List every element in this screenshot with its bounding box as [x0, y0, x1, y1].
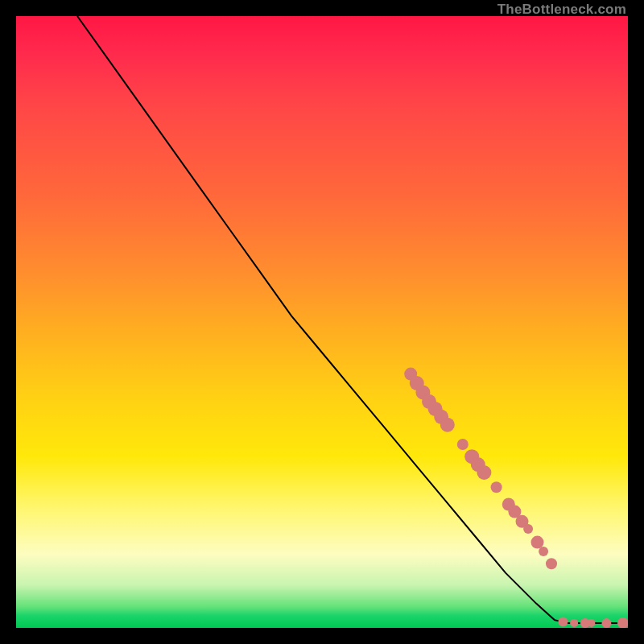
watermark-text: TheBottleneck.com — [497, 2, 626, 18]
marker-point — [546, 558, 557, 569]
marker-point — [617, 617, 628, 628]
marker-point — [558, 617, 568, 626]
marker-point — [457, 439, 469, 450]
marker-point — [570, 619, 578, 627]
marker-point — [601, 618, 611, 628]
marker-point — [440, 418, 455, 432]
marker-point — [539, 547, 548, 556]
plot-area — [16, 16, 628, 628]
marker-point — [523, 524, 533, 534]
marker-point — [477, 465, 491, 480]
marker-point — [531, 536, 544, 549]
marker-points-group — [404, 368, 628, 628]
marker-point — [587, 619, 595, 627]
svg-layer — [16, 16, 628, 628]
bottleneck-curve — [77, 16, 628, 623]
chart-frame: TheBottleneck.com — [16, 16, 628, 628]
marker-point — [491, 481, 502, 493]
